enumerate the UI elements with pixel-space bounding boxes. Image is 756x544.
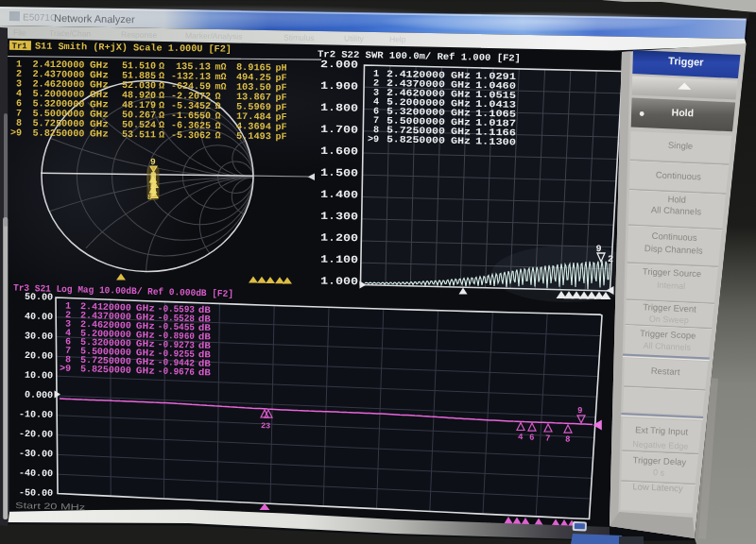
svg-text:Single: Single	[668, 140, 694, 151]
svg-text:Ω: Ω	[159, 110, 164, 121]
svg-text:>9: >9	[368, 134, 379, 144]
svg-text:1: 1	[16, 59, 22, 69]
svg-text:1.700: 1.700	[320, 124, 358, 136]
svg-text:Help: Help	[389, 34, 406, 43]
svg-text:Hold: Hold	[672, 106, 695, 118]
svg-text:4: 4	[518, 433, 524, 442]
svg-text:0 s: 0 s	[653, 468, 665, 478]
svg-text:8: 8	[565, 435, 571, 445]
svg-text:1.400: 1.400	[320, 189, 358, 201]
svg-text:On Sweep: On Sweep	[649, 314, 689, 325]
svg-text:All Channels: All Channels	[651, 204, 702, 216]
svg-text:Marker/Analysis: Marker/Analysis	[185, 31, 243, 42]
svg-text:Low Latency: Low Latency	[632, 481, 683, 493]
svg-text:1.800: 1.800	[320, 102, 358, 114]
svg-text:Trace/Chan: Trace/Chan	[49, 28, 92, 39]
svg-text:1.100: 1.100	[320, 253, 358, 265]
svg-text:8: 8	[147, 193, 152, 201]
svg-text:GHz: GHz	[136, 366, 155, 377]
svg-text:pF: pF	[275, 131, 286, 142]
svg-text:9: 9	[150, 157, 156, 167]
svg-text:23: 23	[261, 421, 270, 431]
svg-text:53.511: 53.511	[122, 129, 156, 141]
svg-text:0.000: 0.000	[25, 390, 53, 401]
svg-text:5.8250000: 5.8250000	[32, 128, 84, 139]
svg-text:-40.00: -40.00	[19, 468, 53, 479]
svg-text:>9: >9	[60, 364, 71, 374]
svg-text:10.00: 10.00	[25, 370, 53, 382]
svg-text:-50.00: -50.00	[19, 487, 53, 499]
svg-text:7: 7	[545, 434, 551, 444]
svg-text:>9: >9	[10, 128, 22, 138]
svg-text:Start 20 MHz: Start 20 MHz	[15, 501, 86, 512]
svg-text:Hold: Hold	[667, 194, 686, 205]
svg-text:1.300: 1.300	[320, 211, 358, 223]
svg-text:-0.9676: -0.9676	[158, 366, 195, 378]
svg-text:dB: dB	[198, 367, 211, 378]
svg-text:5.8250000: 5.8250000	[80, 364, 131, 376]
svg-text:1.500: 1.500	[320, 167, 358, 179]
svg-text:GHz: GHz	[451, 136, 471, 146]
svg-text:Response: Response	[121, 29, 158, 40]
svg-text:Internal: Internal	[657, 280, 685, 291]
svg-text:Trigger: Trigger	[668, 55, 704, 68]
svg-text:Ω: Ω	[159, 129, 164, 140]
svg-text:5.1493: 5.1493	[236, 131, 271, 143]
svg-text:File: File	[13, 27, 26, 37]
svg-text:7: 7	[16, 108, 22, 118]
svg-text:-5.3062: -5.3062	[171, 130, 211, 142]
svg-text:1.600: 1.600	[320, 145, 358, 158]
svg-text:1.200: 1.200	[320, 232, 358, 245]
svg-text:-20.00: -20.00	[19, 429, 53, 440]
svg-text:GHz: GHz	[90, 128, 109, 139]
svg-text:1.000: 1.000	[320, 275, 358, 287]
svg-text:Ω: Ω	[215, 111, 220, 122]
svg-text:6: 6	[529, 434, 535, 443]
svg-text:5.8250000: 5.8250000	[387, 134, 445, 145]
svg-text:20.00: 20.00	[25, 350, 53, 362]
svg-text:Utility: Utility	[344, 34, 365, 43]
svg-text:1.1300: 1.1300	[475, 136, 516, 147]
svg-text:30.00: 30.00	[25, 331, 53, 342]
svg-text:Ω: Ω	[215, 130, 220, 141]
svg-text:-10.00: -10.00	[19, 409, 53, 420]
svg-text:1.900: 1.900	[320, 80, 358, 93]
svg-text:Tr1: Tr1	[11, 42, 27, 51]
svg-text:2: 2	[608, 254, 613, 264]
svg-text:Ω: Ω	[159, 61, 164, 72]
svg-text:2.000: 2.000	[320, 59, 358, 71]
svg-text:Restart: Restart	[651, 366, 680, 377]
svg-text:-30.00: -30.00	[19, 449, 53, 460]
svg-text:40.00: 40.00	[25, 312, 53, 323]
svg-text:50.00: 50.00	[25, 292, 53, 303]
svg-text:Continuous: Continuous	[651, 230, 697, 243]
svg-text:9: 9	[577, 406, 583, 416]
svg-text:Continuous: Continuous	[656, 169, 702, 181]
